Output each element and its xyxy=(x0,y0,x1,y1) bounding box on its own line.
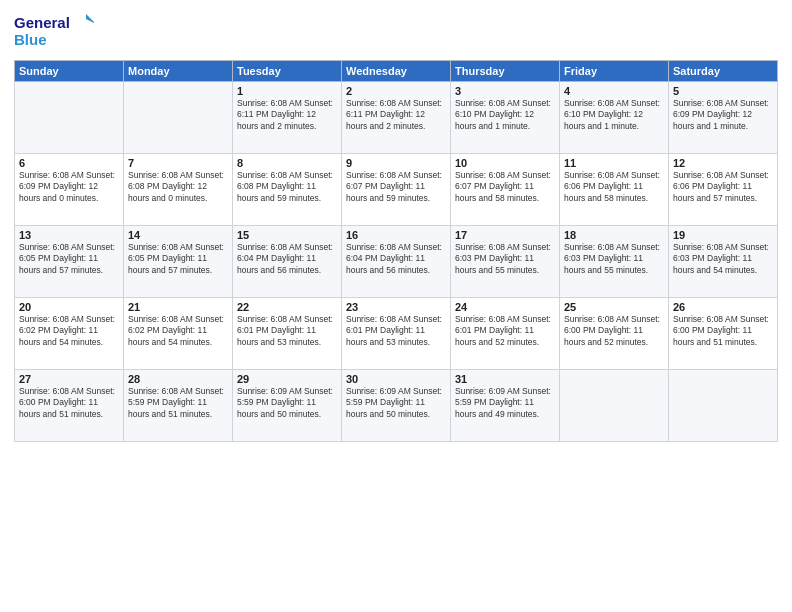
day-detail: Sunrise: 6:08 AM Sunset: 6:02 PM Dayligh… xyxy=(128,314,228,348)
day-detail: Sunrise: 6:09 AM Sunset: 5:59 PM Dayligh… xyxy=(346,386,446,420)
day-detail: Sunrise: 6:08 AM Sunset: 6:01 PM Dayligh… xyxy=(346,314,446,348)
header-day-monday: Monday xyxy=(124,61,233,82)
day-detail: Sunrise: 6:08 AM Sunset: 6:00 PM Dayligh… xyxy=(19,386,119,420)
day-number: 6 xyxy=(19,157,119,169)
calendar-cell: 25Sunrise: 6:08 AM Sunset: 6:00 PM Dayli… xyxy=(560,298,669,370)
header-day-thursday: Thursday xyxy=(451,61,560,82)
day-number: 31 xyxy=(455,373,555,385)
day-number: 24 xyxy=(455,301,555,313)
week-row-3: 13Sunrise: 6:08 AM Sunset: 6:05 PM Dayli… xyxy=(15,226,778,298)
calendar-cell: 2Sunrise: 6:08 AM Sunset: 6:11 PM Daylig… xyxy=(342,82,451,154)
day-number: 20 xyxy=(19,301,119,313)
calendar-cell: 4Sunrise: 6:08 AM Sunset: 6:10 PM Daylig… xyxy=(560,82,669,154)
day-number: 3 xyxy=(455,85,555,97)
calendar-cell: 26Sunrise: 6:08 AM Sunset: 6:00 PM Dayli… xyxy=(669,298,778,370)
calendar-cell: 19Sunrise: 6:08 AM Sunset: 6:03 PM Dayli… xyxy=(669,226,778,298)
header-day-sunday: Sunday xyxy=(15,61,124,82)
day-detail: Sunrise: 6:08 AM Sunset: 6:03 PM Dayligh… xyxy=(455,242,555,276)
day-number: 23 xyxy=(346,301,446,313)
calendar-cell: 29Sunrise: 6:09 AM Sunset: 5:59 PM Dayli… xyxy=(233,370,342,442)
day-detail: Sunrise: 6:08 AM Sunset: 6:06 PM Dayligh… xyxy=(673,170,773,204)
day-number: 30 xyxy=(346,373,446,385)
logo-svg: General Blue xyxy=(14,10,94,54)
day-detail: Sunrise: 6:08 AM Sunset: 6:05 PM Dayligh… xyxy=(128,242,228,276)
day-number: 27 xyxy=(19,373,119,385)
day-detail: Sunrise: 6:08 AM Sunset: 6:09 PM Dayligh… xyxy=(19,170,119,204)
calendar-cell: 6Sunrise: 6:08 AM Sunset: 6:09 PM Daylig… xyxy=(15,154,124,226)
header-day-saturday: Saturday xyxy=(669,61,778,82)
day-detail: Sunrise: 6:08 AM Sunset: 5:59 PM Dayligh… xyxy=(128,386,228,420)
day-detail: Sunrise: 6:09 AM Sunset: 5:59 PM Dayligh… xyxy=(455,386,555,420)
calendar-cell xyxy=(560,370,669,442)
day-detail: Sunrise: 6:08 AM Sunset: 6:07 PM Dayligh… xyxy=(346,170,446,204)
calendar-cell: 21Sunrise: 6:08 AM Sunset: 6:02 PM Dayli… xyxy=(124,298,233,370)
calendar-body: 1Sunrise: 6:08 AM Sunset: 6:11 PM Daylig… xyxy=(15,82,778,442)
day-number: 12 xyxy=(673,157,773,169)
calendar-cell: 1Sunrise: 6:08 AM Sunset: 6:11 PM Daylig… xyxy=(233,82,342,154)
calendar-cell: 10Sunrise: 6:08 AM Sunset: 6:07 PM Dayli… xyxy=(451,154,560,226)
week-row-2: 6Sunrise: 6:08 AM Sunset: 6:09 PM Daylig… xyxy=(15,154,778,226)
calendar-cell xyxy=(669,370,778,442)
day-number: 7 xyxy=(128,157,228,169)
day-number: 19 xyxy=(673,229,773,241)
day-detail: Sunrise: 6:08 AM Sunset: 6:09 PM Dayligh… xyxy=(673,98,773,132)
day-detail: Sunrise: 6:08 AM Sunset: 6:00 PM Dayligh… xyxy=(564,314,664,348)
day-number: 16 xyxy=(346,229,446,241)
day-detail: Sunrise: 6:08 AM Sunset: 6:01 PM Dayligh… xyxy=(237,314,337,348)
day-detail: Sunrise: 6:08 AM Sunset: 6:00 PM Dayligh… xyxy=(673,314,773,348)
calendar-cell: 12Sunrise: 6:08 AM Sunset: 6:06 PM Dayli… xyxy=(669,154,778,226)
day-detail: Sunrise: 6:08 AM Sunset: 6:05 PM Dayligh… xyxy=(19,242,119,276)
day-detail: Sunrise: 6:08 AM Sunset: 6:04 PM Dayligh… xyxy=(237,242,337,276)
calendar-cell: 9Sunrise: 6:08 AM Sunset: 6:07 PM Daylig… xyxy=(342,154,451,226)
day-number: 10 xyxy=(455,157,555,169)
calendar-cell: 31Sunrise: 6:09 AM Sunset: 5:59 PM Dayli… xyxy=(451,370,560,442)
day-detail: Sunrise: 6:09 AM Sunset: 5:59 PM Dayligh… xyxy=(237,386,337,420)
day-number: 4 xyxy=(564,85,664,97)
day-number: 18 xyxy=(564,229,664,241)
calendar-cell: 23Sunrise: 6:08 AM Sunset: 6:01 PM Dayli… xyxy=(342,298,451,370)
calendar-cell: 20Sunrise: 6:08 AM Sunset: 6:02 PM Dayli… xyxy=(15,298,124,370)
calendar-cell: 17Sunrise: 6:08 AM Sunset: 6:03 PM Dayli… xyxy=(451,226,560,298)
day-number: 5 xyxy=(673,85,773,97)
calendar-cell: 16Sunrise: 6:08 AM Sunset: 6:04 PM Dayli… xyxy=(342,226,451,298)
calendar-table: SundayMondayTuesdayWednesdayThursdayFrid… xyxy=(14,60,778,442)
day-number: 25 xyxy=(564,301,664,313)
calendar-cell: 30Sunrise: 6:09 AM Sunset: 5:59 PM Dayli… xyxy=(342,370,451,442)
day-number: 9 xyxy=(346,157,446,169)
day-number: 17 xyxy=(455,229,555,241)
day-detail: Sunrise: 6:08 AM Sunset: 6:02 PM Dayligh… xyxy=(19,314,119,348)
day-detail: Sunrise: 6:08 AM Sunset: 6:01 PM Dayligh… xyxy=(455,314,555,348)
day-number: 13 xyxy=(19,229,119,241)
header-row: SundayMondayTuesdayWednesdayThursdayFrid… xyxy=(15,61,778,82)
week-row-5: 27Sunrise: 6:08 AM Sunset: 6:00 PM Dayli… xyxy=(15,370,778,442)
header-day-friday: Friday xyxy=(560,61,669,82)
day-detail: Sunrise: 6:08 AM Sunset: 6:10 PM Dayligh… xyxy=(455,98,555,132)
calendar-cell: 7Sunrise: 6:08 AM Sunset: 6:08 PM Daylig… xyxy=(124,154,233,226)
svg-text:Blue: Blue xyxy=(14,31,47,48)
header-day-wednesday: Wednesday xyxy=(342,61,451,82)
calendar-cell: 8Sunrise: 6:08 AM Sunset: 6:08 PM Daylig… xyxy=(233,154,342,226)
day-number: 22 xyxy=(237,301,337,313)
calendar-cell: 24Sunrise: 6:08 AM Sunset: 6:01 PM Dayli… xyxy=(451,298,560,370)
day-detail: Sunrise: 6:08 AM Sunset: 6:07 PM Dayligh… xyxy=(455,170,555,204)
calendar-cell: 28Sunrise: 6:08 AM Sunset: 5:59 PM Dayli… xyxy=(124,370,233,442)
svg-text:General: General xyxy=(14,14,70,31)
svg-marker-2 xyxy=(86,14,94,24)
calendar-cell: 5Sunrise: 6:08 AM Sunset: 6:09 PM Daylig… xyxy=(669,82,778,154)
calendar-cell xyxy=(15,82,124,154)
day-detail: Sunrise: 6:08 AM Sunset: 6:08 PM Dayligh… xyxy=(237,170,337,204)
calendar-cell: 3Sunrise: 6:08 AM Sunset: 6:10 PM Daylig… xyxy=(451,82,560,154)
day-detail: Sunrise: 6:08 AM Sunset: 6:11 PM Dayligh… xyxy=(346,98,446,132)
day-number: 29 xyxy=(237,373,337,385)
day-detail: Sunrise: 6:08 AM Sunset: 6:03 PM Dayligh… xyxy=(564,242,664,276)
day-detail: Sunrise: 6:08 AM Sunset: 6:11 PM Dayligh… xyxy=(237,98,337,132)
day-detail: Sunrise: 6:08 AM Sunset: 6:03 PM Dayligh… xyxy=(673,242,773,276)
day-number: 15 xyxy=(237,229,337,241)
calendar-cell: 11Sunrise: 6:08 AM Sunset: 6:06 PM Dayli… xyxy=(560,154,669,226)
calendar-cell: 22Sunrise: 6:08 AM Sunset: 6:01 PM Dayli… xyxy=(233,298,342,370)
header: General Blue xyxy=(14,10,778,54)
logo: General Blue xyxy=(14,10,94,54)
header-day-tuesday: Tuesday xyxy=(233,61,342,82)
day-number: 8 xyxy=(237,157,337,169)
day-detail: Sunrise: 6:08 AM Sunset: 6:04 PM Dayligh… xyxy=(346,242,446,276)
